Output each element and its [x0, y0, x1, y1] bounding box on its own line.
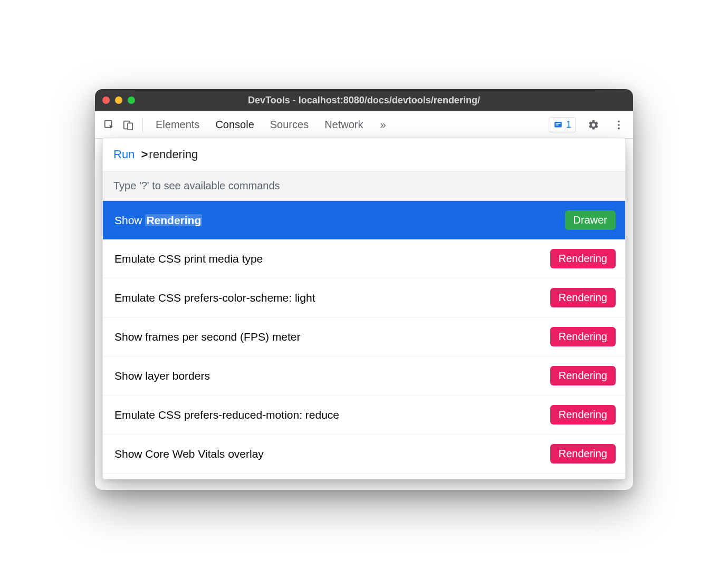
issue-icon	[553, 120, 563, 130]
command-item[interactable]: Show frames per second (FPS) meterRender…	[103, 317, 625, 356]
command-item[interactable]: Show layer bordersRendering	[103, 356, 625, 395]
command-item-label: Show Core Web Vitals overlay	[114, 448, 264, 460]
command-query: rendering	[149, 148, 198, 161]
settings-icon[interactable]	[586, 117, 601, 133]
command-menu: Run >rendering Type '?' to see available…	[102, 138, 626, 479]
command-item-label: Show frames per second (FPS) meter	[114, 331, 300, 343]
command-item-badge: Drawer	[565, 210, 616, 230]
more-tabs-icon[interactable]: »	[380, 119, 386, 131]
command-item-label: Emulate CSS print media type	[114, 253, 263, 265]
command-item[interactable]: Emulate CSS print media typeRendering	[103, 239, 625, 278]
command-input-row[interactable]: Run >rendering	[103, 138, 625, 171]
svg-rect-2	[128, 123, 132, 130]
command-item-badge: Rendering	[550, 249, 616, 268]
command-item-label: Emulate CSS prefers-color-scheme: light	[114, 292, 315, 304]
more-options-icon[interactable]	[611, 117, 627, 133]
tab-elements[interactable]: Elements	[156, 119, 199, 131]
command-results-list: Show RenderingDrawerEmulate CSS print me…	[103, 201, 625, 479]
toolbar-divider	[142, 118, 143, 132]
svg-point-4	[618, 120, 620, 122]
device-toolbar-icon[interactable]	[120, 117, 136, 133]
issues-badge[interactable]: 1	[549, 117, 576, 132]
tab-sources[interactable]: Sources	[270, 119, 309, 131]
devtools-toolbar: Elements Console Sources Network » 1	[95, 111, 633, 139]
close-window-button[interactable]	[102, 96, 110, 104]
window-title: DevTools - localhost:8080/docs/devtools/…	[95, 95, 633, 106]
command-prefix-label: Run	[113, 148, 135, 161]
command-item-label: Emulate CSS prefers-reduced-motion: redu…	[114, 409, 339, 421]
svg-point-5	[618, 124, 620, 126]
command-item-label: Show Rendering	[114, 214, 202, 227]
command-item[interactable]: Show Core Web Vitals overlayRendering	[103, 435, 625, 474]
maximize-window-button[interactable]	[128, 96, 135, 104]
window-titlebar: DevTools - localhost:8080/docs/devtools/…	[95, 89, 633, 111]
minimize-window-button[interactable]	[115, 96, 122, 104]
inspect-element-icon[interactable]	[101, 117, 117, 133]
traffic-lights	[102, 96, 135, 104]
devtools-window: DevTools - localhost:8080/docs/devtools/…	[95, 89, 633, 490]
panel-tabs: Elements Console Sources Network	[156, 119, 363, 131]
command-item-badge: Rendering	[550, 327, 616, 346]
command-item-badge: Rendering	[550, 405, 616, 424]
tab-console[interactable]: Console	[215, 119, 254, 131]
tab-network[interactable]: Network	[324, 119, 363, 131]
svg-point-6	[618, 127, 620, 129]
command-item[interactable]: Emulate CSS prefers-reduced-motion: redu…	[103, 395, 625, 435]
command-prefix-symbol: >	[141, 148, 148, 161]
command-item[interactable]: Emulate CSS prefers-color-scheme: lightR…	[103, 278, 625, 317]
command-hint: Type '?' to see available commands	[103, 171, 625, 201]
command-item-label: Show layer borders	[114, 370, 210, 382]
command-item-badge: Rendering	[550, 288, 616, 307]
command-item[interactable]: Show RenderingDrawer	[103, 201, 625, 239]
command-item-badge: Rendering	[550, 444, 616, 464]
issue-count: 1	[566, 119, 571, 130]
command-item-badge: Rendering	[550, 366, 616, 385]
